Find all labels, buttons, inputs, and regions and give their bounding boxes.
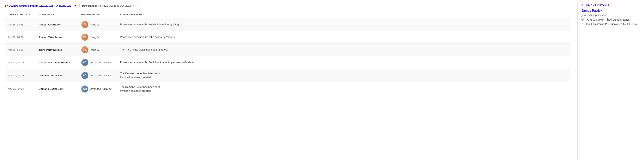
table-row: Nov 30, 04:31Demand Letter SentACArmando… — [5, 82, 570, 96]
user-name: Armando Caldwell — [90, 61, 112, 64]
cell-event: Phase step executed is: Take Action by Y… — [117, 31, 570, 44]
cell-date: Apr 26, 14:58 — [5, 18, 36, 31]
cell-event: Phase step executed is: Set Initial Amou… — [117, 56, 570, 69]
table-row: Apr 26, 14:55Third Party DetailsYLYang L… — [5, 44, 570, 56]
avatar: AC — [81, 59, 88, 66]
filter-icon: ▼ — [74, 4, 77, 7]
claimant-address: 5052 Eastbrooke Pl , Buffalo NY 14221, U… — [584, 23, 637, 26]
cell-audit-name: Phase: Set Initial Amount — [36, 56, 78, 69]
event-line: Invoice# has been created. — [120, 89, 566, 93]
user-name: Yang Li — [90, 36, 99, 39]
col-header-event-triggered: EVENT TRIGGERED — [117, 11, 570, 18]
cell-date: Apr 26, 14:55 — [5, 44, 36, 56]
event-line: Phase step executed is: Initiate Arbitra… — [120, 23, 566, 26]
audit-table: GENERATED ON ↓ AUDIT NAME GENERATED BY E… — [5, 11, 570, 96]
header-row: SHOWING AUDITS FROM 11/29/2021 TO 8/25/2… — [5, 4, 570, 7]
col-header-date: GENERATED ON ↓ — [5, 11, 36, 18]
cell-audit-name: Demand Letter Sent — [36, 82, 78, 96]
avatar: YL — [81, 21, 88, 28]
claimant-phone: (797) 979-7979 — [586, 18, 604, 21]
event-line: Phase step executed is: Set Initial Amou… — [120, 60, 566, 64]
claimant-sidebar: CLAIMANT DETAILS James Patrick jamesp@yo… — [578, 4, 639, 160]
sort-down-icon[interactable]: ↓ — [29, 13, 30, 16]
col-header-audit-name: AUDIT NAME — [36, 11, 78, 18]
cell-audit-name: Phase: Arbitration — [36, 18, 78, 31]
showing-audits-label: SHOWING AUDITS FROM 11/29/2021 TO 8/25/2… — [5, 4, 71, 7]
phone-icon: ✆ — [582, 18, 584, 21]
home-icon: ⌂ — [582, 22, 583, 26]
event-line: The Demand Letter has been sent. — [120, 71, 566, 75]
date-range-close-button[interactable]: ✕ — [132, 4, 134, 7]
avatar: AC — [81, 86, 88, 93]
date-range-filter: Date Range: from 11/29/2021 to 8/25/2022… — [82, 4, 134, 7]
claimant-details-title: CLAIMANT DETAILS — [582, 4, 639, 7]
claimant-email: jamesp@yopmail.com — [582, 14, 639, 17]
table-row: Apr 26, 14:57Phase: Take ActionYLYang Li… — [5, 31, 570, 44]
cell-generated-by: YLYang Li — [78, 18, 117, 31]
cell-audit-name: Phase: Take Action — [36, 31, 78, 44]
cell-date: Apr 26, 14:57 — [5, 31, 36, 44]
cell-generated-by: YLYang Li — [78, 44, 117, 56]
table-row: Nov 30, 04:33Demand Letter SentACArmando… — [5, 69, 570, 83]
event-line: The Demand Letter has been sent. — [120, 85, 566, 89]
event-line: Invoice# has been created. — [120, 75, 566, 79]
table-header-row: GENERATED ON ↓ AUDIT NAME GENERATED BY E… — [5, 11, 570, 18]
user-name: Armando Caldwell — [90, 88, 112, 90]
cell-audit-name: Third Party Details — [36, 44, 78, 56]
cell-event: The Demand Letter has been sent.Invoice#… — [117, 69, 570, 83]
table-row: Apr 26, 14:58Phase: ArbitrationYLYang Li… — [5, 18, 570, 31]
avatar: YL — [81, 34, 88, 41]
cell-date: Nov 30, 04:33 — [5, 69, 36, 83]
cell-generated-by: ACArmando Caldwell — [78, 82, 117, 96]
cell-event: Phase step executed is: Initiate Arbitra… — [117, 18, 570, 31]
id-card-icon: ID — [608, 18, 612, 21]
cell-event: The Third Party Detail has been updated. — [117, 44, 570, 56]
col-header-generated-by: GENERATED BY — [78, 11, 117, 18]
user-name: Yang Li — [90, 23, 99, 26]
event-line: Phase step executed is: Take Action by Y… — [120, 35, 566, 39]
cell-generated-by: ACArmando Caldwell — [78, 69, 117, 83]
user-name: Yang Li — [90, 48, 99, 51]
event-line: The Third Party Detail has been updated. — [120, 48, 566, 52]
avatar: YL — [81, 46, 88, 53]
claimant-address-row: ⌂ 5052 Eastbrooke Pl , Buffalo NY 14221,… — [582, 22, 639, 26]
claimant-name: James Patrick — [582, 9, 639, 13]
cell-date: Nov 30, 04:31 — [5, 82, 36, 96]
cell-generated-by: ACArmando Caldwell — [78, 56, 117, 69]
table-row: Nov 30, 04:33Phase: Set Initial AmountAC… — [5, 56, 570, 69]
date-range-value: from 11/29/2021 to 8/25/2022 — [98, 4, 131, 7]
cell-generated-by: YLYang Li — [78, 31, 117, 44]
date-range-label: Date Range: — [82, 4, 97, 7]
cell-audit-name: Demand Letter Sent — [36, 69, 78, 83]
avatar: AC — [81, 72, 88, 79]
user-name: Armando Caldwell — [90, 74, 112, 77]
main-content: SHOWING AUDITS FROM 11/29/2021 TO 8/25/2… — [5, 4, 570, 160]
claimant-id: James Patrick — [613, 18, 630, 21]
cell-event: The Demand Letter has been sent.Invoice#… — [117, 82, 570, 96]
claimant-phone-row: ✆ (797) 979-7979 ID James Patrick — [582, 18, 639, 21]
cell-date: Nov 30, 04:33 — [5, 56, 36, 69]
